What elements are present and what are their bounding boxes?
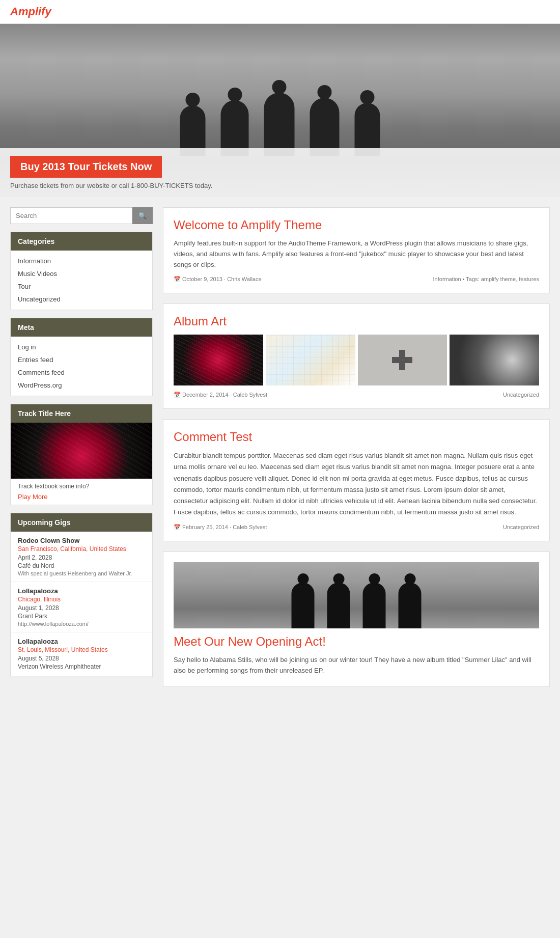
header: Amplify — [0, 0, 560, 24]
track-description: Track textbook some info? — [18, 483, 145, 490]
album-art-2-doodle — [266, 335, 355, 385]
gig-name-3: Lollapalooza — [18, 638, 145, 645]
post-body-comment: Curabitur blandit tempus porttitor. Maec… — [174, 450, 539, 518]
calendar-icon: 📅 — [174, 276, 181, 282]
album-thumb-1[interactable] — [174, 335, 263, 385]
gig-location-3: St. Louis, Missouri, United States — [18, 646, 145, 653]
site-logo[interactable]: Amplify — [10, 5, 51, 18]
search-widget: 🔍 — [10, 207, 153, 224]
hero-figures — [180, 93, 380, 156]
category-item: Tour — [11, 280, 152, 293]
meta-list: Log in Entries feed Comments feed WordPr… — [11, 337, 152, 396]
gig-date-1: April 2, 2028 — [18, 554, 145, 561]
gig-item-1: Rodeo Clown Show San Francisco, Californ… — [11, 532, 152, 582]
hero-cta-button[interactable]: Buy 2013 Tour Tickets Now — [10, 156, 162, 178]
post-date-author-welcome: 📅 October 9, 2013 · Chris Wallace — [174, 276, 262, 283]
hero-figure-3 — [264, 93, 295, 156]
post-date-author-comment: 📅 February 25, 2014 · Caleb Sylvest — [174, 524, 267, 531]
track-info: Track textbook some info? Play More — [11, 479, 152, 505]
track-player-widget: Track Title Here Track textbook some inf… — [10, 404, 153, 505]
meta-item: WordPress.org — [11, 379, 152, 392]
category-link-uncategorized[interactable]: Uncategorized — [11, 293, 152, 306]
category-link-music-videos[interactable]: Music Videos — [11, 267, 152, 280]
post-meta-welcome: 📅 October 9, 2013 · Chris Wallace Inform… — [174, 276, 539, 283]
sidebar: 🔍 Categories Information Music Videos To… — [10, 207, 153, 697]
album-art-3-bg — [358, 335, 447, 385]
category-link-information[interactable]: Information — [11, 255, 152, 267]
post-body-opening-act: Say hello to Alabama Stills, who will be… — [174, 655, 539, 676]
opening-act-image — [174, 562, 539, 628]
hero-subtitle: Purchase tickets from our website or cal… — [10, 182, 550, 189]
gig-name-2: Lollapalooza — [18, 587, 145, 595]
post-date-author-album: 📅 December 2, 2014 · Caleb Sylvest — [174, 392, 267, 398]
gig-date-3: August 5, 2028 — [18, 655, 145, 662]
track-art-lines — [11, 423, 152, 479]
post-meta-comment: 📅 February 25, 2014 · Caleb Sylvest Unca… — [174, 524, 539, 531]
track-title: Track Title Here — [11, 404, 152, 423]
album-art-4-bg — [450, 335, 539, 385]
meta-link-wordpress[interactable]: WordPress.org — [11, 379, 152, 392]
categories-widget: Categories Information Music Videos Tour… — [10, 232, 153, 310]
meet-fig-3 — [363, 583, 386, 628]
categories-title: Categories — [11, 232, 152, 251]
gig-venue-2: Grant Park — [18, 613, 145, 620]
category-link-tour[interactable]: Tour — [11, 280, 152, 293]
main-content: Welcome to Amplify Theme Amplify feature… — [163, 207, 550, 697]
search-button[interactable]: 🔍 — [132, 207, 153, 224]
album-thumb-4[interactable] — [450, 335, 539, 385]
track-artwork — [11, 423, 152, 479]
meta-link-entries-feed[interactable]: Entries feed — [11, 353, 152, 366]
post-body-welcome: Amplify features built-in support for th… — [174, 238, 539, 270]
cross-shape-icon — [392, 350, 412, 370]
meta-item: Comments feed — [11, 366, 152, 379]
gig-guests-2: http://www.lollapalooza.com/ — [18, 621, 145, 627]
post-title-welcome[interactable]: Welcome to Amplify Theme — [174, 218, 539, 232]
gigs-title: Upcoming Gigs — [11, 513, 152, 532]
meta-item: Entries feed — [11, 353, 152, 366]
post-tags-welcome: Information • Tags: amplify theme, featu… — [433, 276, 539, 283]
search-input[interactable] — [10, 207, 132, 224]
hero-banner: Buy 2013 Tour Tickets Now Purchase ticke… — [0, 24, 560, 197]
post-welcome: Welcome to Amplify Theme Amplify feature… — [163, 207, 550, 293]
gig-venue-1: Café du Nord — [18, 562, 145, 569]
album-thumb-2[interactable] — [266, 335, 355, 385]
calendar-icon-3: 📅 — [174, 524, 181, 530]
meta-link-login[interactable]: Log in — [11, 341, 152, 353]
post-comment-test: Comment Test Curabitur blandit tempus po… — [163, 419, 550, 541]
gig-name-1: Rodeo Clown Show — [18, 537, 145, 544]
search-icon: 🔍 — [138, 212, 147, 219]
hero-figure-4 — [310, 98, 340, 156]
opening-act-figures — [292, 583, 422, 628]
album-thumb-3[interactable] — [358, 335, 447, 385]
gig-item-2: Lollapalooza Chicago, Illinois August 1,… — [11, 582, 152, 632]
meta-link-comments-feed[interactable]: Comments feed — [11, 366, 152, 379]
calendar-icon-2: 📅 — [174, 392, 181, 398]
gig-guests-1: With special guests Heisenberg and Walte… — [18, 570, 145, 576]
gig-venue-3: Verizon Wireless Amphitheater — [18, 663, 145, 670]
gig-item-3: Lollapalooza St. Louis, Missouri, United… — [11, 632, 152, 677]
categories-list: Information Music Videos Tour Uncategori… — [11, 251, 152, 310]
gig-location-1: San Francisco, California, United States — [18, 545, 145, 553]
post-opening-act: Meet Our New Opening Act! Say hello to A… — [163, 551, 550, 687]
meta-widget: Meta Log in Entries feed Comments feed W… — [10, 318, 153, 396]
page-layout: 🔍 Categories Information Music Videos To… — [0, 197, 560, 707]
category-item: Music Videos — [11, 267, 152, 280]
album-grid — [174, 335, 539, 385]
post-tags-album: Uncategorized — [503, 392, 539, 398]
post-title-album-art[interactable]: Album Art — [174, 314, 539, 328]
meta-title: Meta — [11, 318, 152, 337]
category-item: Uncategorized — [11, 293, 152, 306]
post-tags-comment: Uncategorized — [503, 524, 539, 531]
meet-fig-2 — [327, 583, 350, 628]
post-title-opening-act[interactable]: Meet Our New Opening Act! — [174, 634, 539, 649]
meet-fig-4 — [399, 583, 422, 628]
post-title-comment[interactable]: Comment Test — [174, 430, 539, 444]
gig-location-2: Chicago, Illinois — [18, 596, 145, 603]
meet-fig-1 — [292, 583, 315, 628]
category-item: Information — [11, 255, 152, 267]
gig-date-2: August 1, 2028 — [18, 604, 145, 612]
track-play-button[interactable]: Play More — [18, 493, 48, 501]
meta-item: Log in — [11, 341, 152, 353]
post-album-art: Album Art — [163, 304, 550, 409]
post-meta-album-art: 📅 December 2, 2014 · Caleb Sylvest Uncat… — [174, 392, 539, 398]
